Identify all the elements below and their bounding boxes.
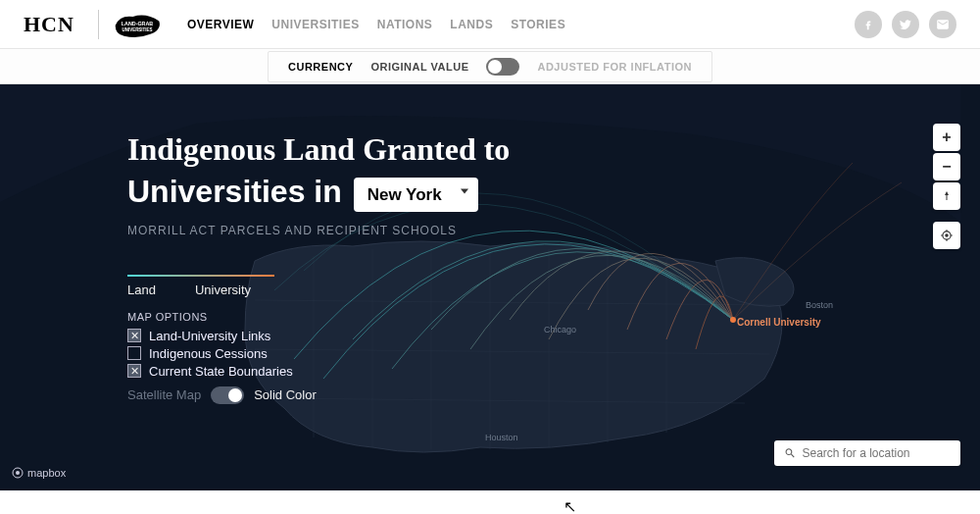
zoom-in-button[interactable]: +: [933, 124, 960, 151]
social-links: [855, 11, 956, 38]
mapbox-attribution[interactable]: mapbox: [12, 467, 66, 479]
option-indigenous-cessions[interactable]: Indigenous Cessions: [127, 346, 510, 361]
currency-toggle[interactable]: [486, 58, 519, 76]
state-select-wrap[interactable]: New York: [354, 172, 478, 212]
map-options-title: MAP OPTIONS: [127, 311, 510, 323]
map-overlay-panel: Indigenous Land Granted to Universities …: [127, 131, 510, 404]
city-label: Houston: [485, 433, 518, 442]
legend-university: University: [195, 283, 251, 297]
reset-north-button[interactable]: [933, 182, 960, 210]
map-container[interactable]: Chicago Boston Houston Cornell Universit…: [0, 84, 980, 490]
facebook-icon[interactable]: [855, 11, 882, 38]
currency-bar: CURRENCY ORIGINAL VALUE ADJUSTED FOR INF…: [0, 49, 980, 84]
option-land-university-links[interactable]: ✕Land-University Links: [127, 329, 510, 343]
nav-nations[interactable]: NATIONS: [377, 18, 433, 31]
locate-button[interactable]: [933, 222, 960, 249]
map-title-line2: Universities in: [127, 174, 342, 210]
state-select[interactable]: New York: [354, 178, 478, 212]
brand-hcn[interactable]: HCN: [24, 12, 74, 37]
divider: [98, 10, 99, 39]
svg-point-21: [16, 471, 20, 475]
locate-control: [933, 222, 960, 249]
currency-original[interactable]: ORIGINAL VALUE: [370, 61, 468, 73]
city-label: Chicago: [544, 325, 576, 334]
nav-stories[interactable]: STORIES: [511, 18, 565, 31]
legend-land: Land: [127, 283, 156, 297]
search-icon: [784, 446, 796, 460]
email-icon[interactable]: [929, 11, 956, 38]
footer-strip: ↖: [0, 490, 980, 514]
map-style-row: Satellite Map Solid Color: [127, 386, 510, 404]
nav-lands[interactable]: LANDS: [450, 18, 493, 31]
university-label[interactable]: Cornell University: [737, 317, 821, 328]
legend-gradient: [127, 275, 274, 277]
currency-adjusted[interactable]: ADJUSTED FOR INFLATION: [537, 61, 691, 73]
logo-landgrab[interactable]: LAND-GRABUNIVERSITIES: [111, 8, 164, 41]
city-label: Boston: [806, 300, 833, 310]
twitter-icon[interactable]: [892, 11, 919, 38]
style-satellite[interactable]: Satellite Map: [127, 387, 201, 402]
svg-point-13: [730, 317, 736, 323]
option-state-boundaries[interactable]: ✕Current State Boundaries: [127, 364, 510, 379]
search-box[interactable]: [774, 440, 960, 466]
map-options: MAP OPTIONS ✕Land-University Links Indig…: [127, 311, 510, 404]
style-toggle[interactable]: [211, 386, 244, 404]
zoom-controls: + −: [933, 124, 960, 210]
nav-universities[interactable]: UNIVERSITIES: [271, 18, 359, 31]
style-solid[interactable]: Solid Color: [254, 387, 317, 402]
search-input[interactable]: [802, 446, 951, 460]
legend: Land University: [127, 275, 510, 297]
svg-text:LAND-GRAB: LAND-GRAB: [122, 20, 154, 26]
svg-point-15: [946, 234, 948, 236]
nav-overview[interactable]: OVERVIEW: [187, 18, 254, 31]
map-subtitle: MORRILL ACT PARCELS AND RECIPIENT SCHOOL…: [127, 224, 510, 237]
svg-text:UNIVERSITIES: UNIVERSITIES: [122, 27, 152, 32]
cursor-icon: ↖: [564, 497, 576, 514]
top-bar: HCN LAND-GRABUNIVERSITIES OVERVIEW UNIVE…: [0, 0, 980, 49]
map-title-line1: Indigenous Land Granted to: [127, 131, 510, 168]
currency-label: CURRENCY: [288, 61, 353, 73]
zoom-out-button[interactable]: −: [933, 153, 960, 180]
main-nav: OVERVIEW UNIVERSITIES NATIONS LANDS STOR…: [187, 18, 855, 31]
